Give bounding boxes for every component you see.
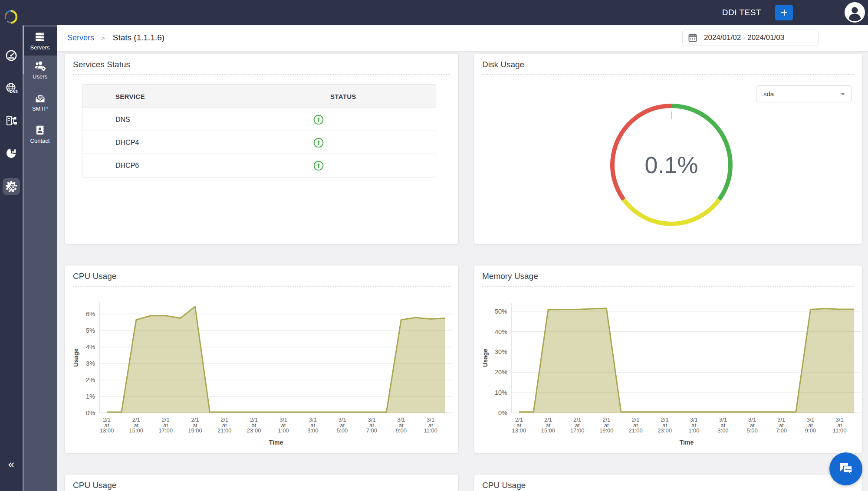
subnav-scrollbar[interactable] [23, 25, 24, 491]
svg-text:40%: 40% [495, 328, 507, 335]
chat-bubbles-icon [838, 461, 854, 477]
add-button[interactable] [775, 5, 793, 20]
dns-globe-icon: DNS [5, 82, 18, 95]
date-range-picker[interactable]: 2024/01/02 - 2024/01/03 [682, 29, 819, 46]
rail-item-ipam[interactable] [3, 112, 20, 129]
svg-text:1%: 1% [86, 393, 95, 400]
svg-text:3:00: 3:00 [717, 427, 728, 434]
top-bar: DDI TEST [0, 0, 868, 25]
svg-text:Time: Time [680, 439, 694, 446]
nav-item-contact[interactable]: Contact [23, 120, 57, 148]
cpu-usage-card-bottom-right: CPU Usage [474, 475, 862, 491]
smtp-envelope-icon [34, 92, 46, 104]
svg-text:Usage: Usage [482, 349, 489, 367]
table-row-dns[interactable]: DNS [82, 108, 436, 131]
memory-usage-chart: 0%10%20%30%40%50%2/1at13:002/1at15:002/1… [474, 265, 862, 453]
user-avatar[interactable] [845, 2, 865, 23]
status-up-icon [313, 108, 324, 131]
svg-text:11:00: 11:00 [833, 427, 847, 434]
svg-text:0%: 0% [86, 409, 95, 416]
svg-text:50%: 50% [495, 308, 507, 315]
svg-text:0%: 0% [498, 409, 507, 416]
table-row-dhcp4[interactable]: DHCP4 [82, 131, 436, 154]
table-row-dhcp6[interactable]: DHCP6 [82, 154, 436, 177]
svg-text:21:00: 21:00 [217, 427, 232, 434]
column-header-status: STATUS [330, 85, 356, 108]
svg-text:15:00: 15:00 [129, 427, 144, 434]
subnav-scrollbar-thumb[interactable] [23, 26, 24, 74]
cpu-usage-card: CPU Usage 0%1%2%3%4%5%6%2/1at13:002/1at1… [65, 265, 458, 453]
cpu-usage-card-bottom-left: CPU Usage [65, 475, 458, 491]
card-title: Disk Usage [482, 60, 524, 69]
services-table: SERVICE STATUS DNS DHCP4 [82, 84, 436, 177]
breadcrumb-link-servers[interactable]: Servers [67, 33, 94, 43]
svg-text:4%: 4% [86, 344, 95, 350]
chevron-down-icon [841, 93, 845, 95]
svg-text:Usage: Usage [72, 348, 79, 367]
svg-text:Time: Time [269, 439, 283, 446]
nav-item-smtp[interactable]: SMTP [23, 88, 57, 116]
card-title-separator [482, 74, 854, 75]
dashboard-gauge-icon [5, 49, 18, 62]
gauge-value-label: 0.1% [598, 91, 745, 239]
svg-text:13:00: 13:00 [512, 427, 526, 434]
disk-usage-card: Disk Usage sda 0.1% [474, 54, 862, 244]
rail-item-settings[interactable] [3, 178, 20, 195]
sidebar-collapse-button[interactable]: « [0, 455, 23, 474]
disk-usage-gauge: 0.1% [598, 91, 745, 239]
icon-rail: DNS « [0, 0, 23, 491]
svg-text:30%: 30% [495, 348, 507, 355]
disk-device-select[interactable]: sda [756, 85, 852, 102]
plus-icon [780, 9, 788, 16]
svg-text:5%: 5% [86, 327, 95, 334]
svg-text:7:00: 7:00 [776, 427, 787, 434]
card-title: CPU Usage [482, 481, 526, 490]
status-up-icon [313, 154, 324, 177]
svg-text:DNS: DNS [10, 89, 18, 94]
svg-text:23:00: 23:00 [247, 427, 261, 434]
rail-item-reports[interactable] [3, 144, 20, 162]
status-up-icon [313, 131, 324, 154]
users-gear-icon [33, 60, 46, 72]
rail-item-dashboard[interactable] [3, 47, 20, 64]
svg-text:5:00: 5:00 [746, 427, 757, 434]
person-icon [845, 2, 865, 23]
svg-text:13:00: 13:00 [100, 427, 114, 434]
reports-pie-icon [5, 147, 18, 160]
breadcrumb-bar: Servers > Stats (1.1.1.6) 2024/01/02 - 2… [57, 25, 868, 51]
svg-text:2%: 2% [86, 376, 95, 383]
chat-support-button[interactable] [829, 452, 862, 485]
disk-device-value: sda [763, 90, 774, 98]
nav-item-servers[interactable]: Servers [23, 27, 57, 56]
svg-text:9:00: 9:00 [805, 427, 816, 434]
card-title: CPU Usage [73, 481, 116, 490]
service-name: DHCP6 [115, 154, 139, 177]
settings-gear-wrench-icon [5, 180, 18, 193]
brand-title: DDI TEST [722, 0, 761, 25]
nav-label: Servers [30, 44, 50, 51]
svg-text:17:00: 17:00 [158, 427, 173, 434]
column-header-service: SERVICE [115, 85, 145, 108]
svg-text:21:00: 21:00 [628, 427, 643, 434]
svg-text:15:00: 15:00 [541, 427, 556, 434]
calendar-icon [688, 33, 697, 43]
rail-item-dns[interactable]: DNS [3, 80, 20, 97]
nav-item-users[interactable]: Users [23, 56, 57, 83]
svg-text:11:00: 11:00 [424, 427, 437, 434]
cpu-usage-chart: 0%1%2%3%4%5%6%2/1at13:002/1at15:002/1at1… [65, 265, 458, 453]
services-table-header: SERVICE STATUS [82, 85, 436, 108]
app-logo [2, 7, 20, 26]
services-status-card: Services Status SERVICE STATUS DNS DHCP4 [65, 54, 458, 244]
nav-label: SMTP [32, 105, 48, 112]
svg-text:1:00: 1:00 [688, 427, 699, 434]
service-name: DNS [115, 108, 130, 131]
svg-text:20%: 20% [495, 369, 507, 376]
svg-text:23:00: 23:00 [658, 427, 672, 434]
contact-book-icon [34, 124, 46, 136]
service-name: DHCP4 [115, 131, 139, 154]
ipam-sitemap-icon [5, 115, 17, 127]
nav-label: Users [33, 73, 47, 80]
date-range-value: 2024/01/02 - 2024/01/03 [704, 33, 784, 42]
page-title: Stats (1.1.1.6) [113, 33, 164, 43]
svg-text:6%: 6% [86, 311, 95, 318]
